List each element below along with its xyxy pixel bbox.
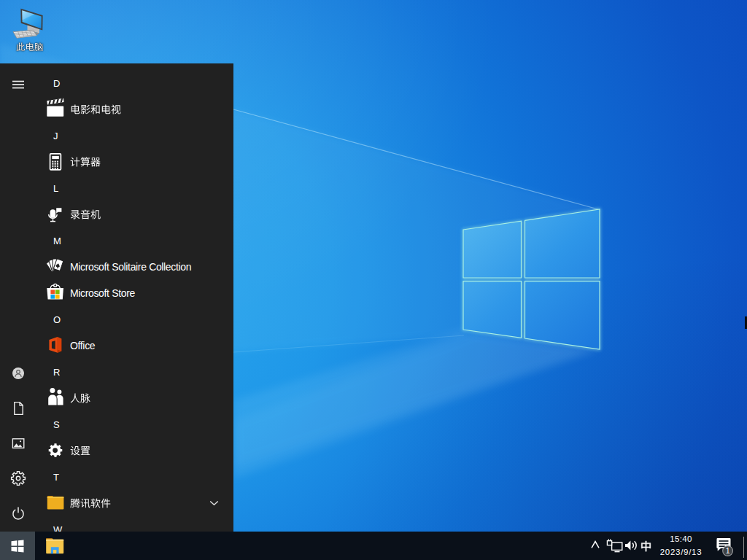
svg-text:1: 1 <box>726 546 730 555</box>
